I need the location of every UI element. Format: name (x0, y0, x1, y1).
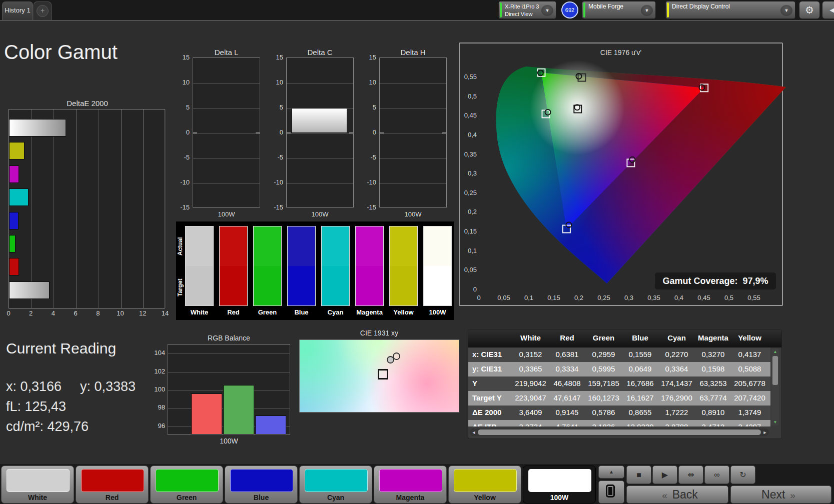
display-control-dropdown[interactable]: Direct Display Control ▼ (665, 1, 795, 19)
vertical-scroll-thumb[interactable] (772, 356, 778, 385)
table-vertical-scrollbar[interactable]: ▲ ▼ (771, 348, 779, 426)
cie1976-xtick-label: 0,1 (520, 294, 537, 302)
pattern-button-magenta[interactable]: Magenta (374, 466, 447, 504)
cie1976-diagram (479, 58, 786, 290)
deltae-bar-red (9, 258, 19, 276)
pattern-button-green[interactable]: Green (150, 466, 223, 504)
up-arrow-icon: ▲ (609, 469, 614, 474)
deltae-xtick-label: 12 (138, 310, 148, 317)
collapse-panel-button[interactable]: ◀ (822, 1, 834, 19)
table-header-row: WhiteRedGreenBlueCyanMagentaYellow (468, 330, 781, 348)
table-cell: 0,5088 (731, 364, 768, 373)
scroll-left-icon[interactable]: ◄ (471, 430, 476, 435)
pattern-button-blue[interactable]: Blue (225, 466, 298, 504)
tab-history-1[interactable]: History 1 (2, 2, 33, 20)
table-cell: 219,9042 (512, 379, 549, 388)
scroll-down-icon[interactable]: ▼ (771, 420, 779, 424)
plus-icon: + (37, 5, 49, 17)
play-button[interactable]: ▶ (652, 466, 677, 484)
cie1976-xtick-label: 0,45 (695, 294, 712, 302)
deltae-chart: DeltaE 2000 02468101214 (9, 99, 166, 318)
pattern-button-white[interactable]: White (1, 466, 74, 504)
cie1976-ytick-label: 0,4 (462, 131, 477, 138)
swatch-label: Yellow (386, 308, 421, 316)
delta-gridline (193, 158, 260, 158)
swatch-green-target (254, 266, 281, 306)
deltae-xtick-label: 4 (48, 310, 58, 317)
pattern-list-up-button[interactable]: ▲ (598, 466, 624, 478)
scroll-right-icon[interactable]: ► (762, 430, 767, 435)
rgb-ytick-label: 102 (150, 368, 165, 375)
meter-dropdown[interactable]: X-Rite i1Pro 3 Direct View ▼ (498, 1, 556, 19)
repeat-button[interactable]: ↻ (730, 466, 755, 484)
delta-chart-plot (379, 58, 447, 208)
swatch-blue-actual (288, 226, 315, 266)
scroll-up-icon[interactable]: ▲ (771, 350, 779, 354)
add-tab-button[interactable]: + (34, 2, 52, 20)
cie1976-xtick-label: 0,15 (545, 294, 562, 302)
table-cell: 4,7641 (549, 422, 585, 426)
delta-ytick-label: 15 (175, 54, 190, 61)
horizontal-scroll-thumb[interactable] (478, 430, 761, 435)
pattern-status-indicator (583, 2, 585, 18)
pattern-button-red[interactable]: Red (76, 466, 149, 504)
pattern-button-cyan[interactable]: Cyan (299, 466, 372, 504)
table-horizontal-scrollbar[interactable]: ◄ ► (470, 428, 769, 436)
back-button[interactable]: «Back (626, 486, 728, 504)
pattern-button-label: Red (76, 494, 148, 502)
pattern-swatch-yellow (454, 469, 517, 492)
swatch-100w-actual (424, 226, 451, 266)
delta-ytick-label: -15 (361, 204, 376, 211)
delta-gridline (380, 108, 446, 108)
table-row-label: ΔE 2000 (472, 408, 501, 416)
cie1976-ytick-label: 0,5 (462, 92, 477, 100)
swatch-red-actual (220, 226, 247, 266)
table-cell: 0,5995 (585, 364, 622, 373)
table-cell: 207,7420 (731, 394, 768, 402)
app-root: { "topbar": { "tab_label": "History 1", … (0, 0, 834, 504)
swatch-yellow-target (390, 266, 417, 306)
pattern-source-dropdown[interactable]: Mobile Forge ▼ (582, 1, 656, 19)
deltae-bar-yellow (9, 142, 25, 160)
delta-gridline (380, 183, 446, 184)
next-button[interactable]: Next» (730, 486, 831, 504)
table-cell: 1,3749 (731, 408, 768, 416)
table-cell: 3,6409 (512, 408, 549, 416)
delta-xlabel: 100W (379, 210, 447, 218)
pattern-button-label: Magenta (374, 494, 446, 502)
pattern-button-100w[interactable]: 100W (523, 466, 596, 504)
table-cell: 0,3365 (512, 364, 549, 373)
table-cell: 160,1273 (585, 394, 622, 402)
deltae-gridline (32, 110, 32, 308)
stop-button[interactable]: ■ (626, 466, 651, 484)
pattern-button-yellow[interactable]: Yellow (448, 466, 521, 504)
chevron-down-icon: ▼ (541, 5, 553, 16)
delta-ytick-label: 10 (361, 78, 376, 86)
table-cell: 16,1627 (622, 394, 658, 402)
delta-zero-tick (442, 132, 446, 134)
delta-ytick-label: -10 (268, 178, 283, 186)
top-bar: History 1 + X-Rite i1Pro 3 Direct View ▼… (0, 0, 834, 20)
table-cell: 223,9047 (512, 394, 549, 402)
deltae-bar-white (9, 282, 50, 299)
settings-button[interactable]: ⚙ (799, 1, 820, 19)
swatch-label: Blue (284, 308, 319, 316)
table-cell: 47,6147 (549, 394, 585, 402)
delta-ytick-label: 10 (268, 78, 283, 86)
table-cell: 0,2270 (658, 350, 695, 358)
swatch-label: Magenta (352, 308, 387, 316)
swatch-magenta-actual (356, 226, 383, 266)
loop-infinite-button[interactable]: ∞ (704, 466, 729, 484)
delta-chart-delta-h: Delta H151050-5-10-15100W (361, 48, 447, 220)
pattern-window-button[interactable] (598, 480, 624, 504)
table-body: x: CIE310,31520,63810,29590,15590,22700,… (468, 348, 770, 426)
table-cell: 0,0649 (622, 364, 658, 373)
hold-button[interactable]: ⇹ (678, 466, 703, 484)
swatch-green-actual (254, 226, 281, 266)
rgb-gridline (168, 372, 290, 372)
table-cell: 2,8788 (658, 422, 695, 426)
gamut-coverage-value: 97,9% (743, 276, 768, 286)
deltae-gridline (76, 110, 77, 308)
table-cell: 0,1559 (622, 350, 658, 358)
cie1976-ytick-label: 0,25 (462, 189, 477, 196)
